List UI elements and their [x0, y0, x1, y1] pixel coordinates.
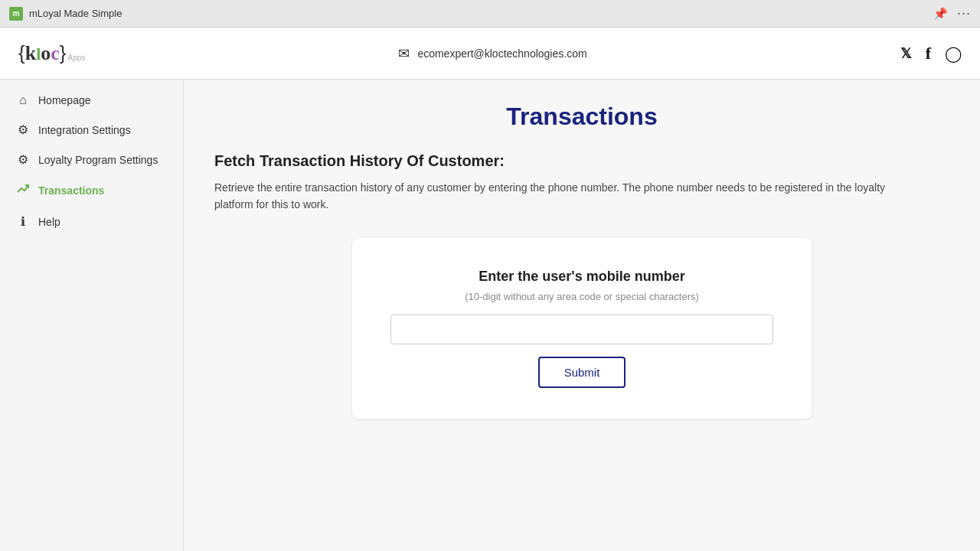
- mobile-number-card: Enter the user's mobile number (10-digit…: [352, 238, 812, 419]
- browser-bar-left: m mLoyal Made Simple: [9, 7, 122, 21]
- sidebar-item-transactions[interactable]: Transactions: [0, 174, 183, 207]
- content-area: Transactions Fetch Transaction History O…: [184, 80, 980, 551]
- card-subtitle: (10-digit without any area code or speci…: [465, 291, 699, 302]
- browser-bar-right: 📌 ···: [933, 5, 971, 21]
- gear-icon-loyalty: ⚙: [15, 152, 31, 167]
- sidebar-label-homepage: Homepage: [38, 94, 91, 106]
- sidebar-label-help: Help: [38, 216, 60, 228]
- section-heading: Fetch Transaction History Of Customer:: [214, 152, 949, 170]
- sidebar-label-integration-settings: Integration Settings: [38, 124, 131, 136]
- logo-k: k: [25, 42, 36, 64]
- logo-close-bracket: }: [60, 41, 67, 65]
- sidebar-item-integration-settings[interactable]: ⚙ Integration Settings: [0, 115, 183, 145]
- card-title: Enter the user's mobile number: [479, 269, 684, 285]
- gear-icon-integration: ⚙: [15, 122, 31, 137]
- transactions-icon: [15, 182, 31, 199]
- facebook-icon[interactable]: f: [926, 44, 931, 64]
- section-description: Retrieve the entire transaction history …: [214, 179, 903, 214]
- header-social-icons: 𝕏 f ◯: [900, 44, 962, 64]
- email-icon: ✉: [398, 45, 410, 62]
- logo-apps: Apps: [68, 54, 86, 62]
- browser-title: mLoyal Made Simple: [29, 8, 122, 19]
- logo-text: kloc: [25, 42, 60, 65]
- logo: { kloc } Apps: [18, 41, 85, 65]
- instagram-icon[interactable]: ◯: [945, 44, 962, 63]
- mobile-number-input[interactable]: [390, 315, 773, 344]
- submit-button[interactable]: Submit: [538, 357, 626, 388]
- sidebar-label-transactions: Transactions: [38, 184, 104, 197]
- header-email-container: ✉ ecomexpert@kloctechnologies.com: [398, 45, 586, 62]
- browser-favicon: m: [9, 7, 23, 21]
- home-icon: ⌂: [15, 93, 31, 107]
- sidebar-item-loyalty-program-settings[interactable]: ⚙ Loyalty Program Settings: [0, 145, 183, 174]
- more-options-icon[interactable]: ···: [957, 5, 971, 21]
- browser-bar: m mLoyal Made Simple 📌 ···: [0, 0, 980, 28]
- help-icon: ℹ: [15, 214, 31, 229]
- sidebar: ⌂ Homepage ⚙ Integration Settings ⚙ Loya…: [0, 80, 184, 551]
- pin-icon[interactable]: 📌: [933, 7, 948, 21]
- sidebar-label-loyalty-program-settings: Loyalty Program Settings: [38, 154, 158, 166]
- logo-open-bracket: {: [18, 41, 25, 65]
- header-email-address: ecomexpert@kloctechnologies.com: [417, 47, 586, 60]
- sidebar-item-help[interactable]: ℹ Help: [0, 207, 183, 236]
- main-layout: ⌂ Homepage ⚙ Integration Settings ⚙ Loya…: [0, 80, 980, 551]
- logo-c: c: [51, 42, 60, 64]
- app-header: { kloc } Apps ✉ ecomexpert@kloctechnolog…: [0, 28, 980, 80]
- twitter-icon[interactable]: 𝕏: [900, 45, 912, 62]
- sidebar-item-homepage[interactable]: ⌂ Homepage: [0, 86, 183, 115]
- logo-o: o: [41, 42, 51, 64]
- page-title: Transactions: [214, 103, 949, 131]
